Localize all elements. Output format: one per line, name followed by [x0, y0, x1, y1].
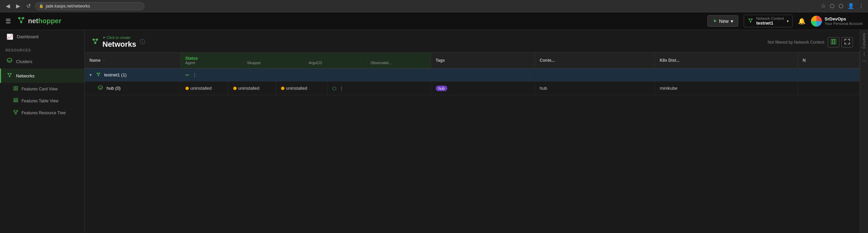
argocd-status-cell: uninstalled: [276, 82, 327, 95]
resources-section-label: RESOURCES: [0, 43, 84, 54]
columns-icon[interactable]: ⋮: [862, 51, 867, 57]
sidebar-item-dashboard[interactable]: 📈 Dashboard: [0, 30, 84, 43]
more-options-button[interactable]: ⋮: [192, 72, 197, 78]
svg-rect-22: [16, 89, 18, 90]
right-sidebar-columns[interactable]: Columns ⋮ ⋯: [860, 30, 868, 233]
sidebar-item-features-table[interactable]: Features Table View: [0, 95, 84, 107]
forward-button[interactable]: ▶: [14, 2, 22, 10]
n-cell: [798, 82, 859, 95]
row-cluster-name: hub (0): [107, 86, 121, 91]
dashboard-icon: 📈: [6, 33, 13, 40]
sidebar-item-networks[interactable]: Networks: [0, 69, 84, 83]
svg-rect-26: [14, 110, 15, 112]
clusters-icon: [6, 58, 13, 65]
user-profile-icon[interactable]: 👤: [848, 3, 854, 9]
svg-line-10: [749, 19, 751, 22]
grid-view-button[interactable]: [828, 37, 839, 47]
main-layout: 📈 Dashboard RESOURCES Clusters: [0, 30, 868, 233]
networks-table: Name ↑ Status Agent Skupper ArgoCD Obser…: [85, 53, 860, 95]
parent-context-cell: [535, 69, 655, 82]
svg-rect-24: [14, 100, 18, 101]
col-status-group: Status Agent Skupper ArgoCD Observabil..…: [180, 53, 431, 69]
svg-rect-41: [833, 39, 834, 44]
info-icon[interactable]: ⓘ: [140, 39, 145, 46]
logo-text: nethopper: [28, 17, 61, 25]
svg-rect-28: [15, 113, 16, 114]
col-n: N: [798, 53, 859, 69]
header-right: ✦ New ▾ Network Context testnet1 ▾: [708, 15, 863, 27]
col-agent: Agent: [185, 61, 244, 65]
edit-network-button[interactable]: ✏: [185, 72, 190, 78]
expand-view-button[interactable]: [841, 37, 853, 47]
url-lock-icon: 🔒: [39, 4, 44, 8]
filter-text: Not filtered by Network Context: [768, 40, 824, 45]
parent-n-cell: [798, 69, 859, 82]
svg-rect-42: [835, 39, 836, 44]
features-tree-icon: [13, 110, 18, 116]
agent-status-dot: [185, 87, 189, 90]
sidebar-item-label: Dashboard: [17, 34, 39, 39]
k8sdist-value: minikube: [660, 86, 677, 91]
browser-actions: ☆ ⬡ ⬡ 👤 ⋮: [821, 3, 864, 9]
sidebar-item-label: Features Resource Tree: [22, 111, 66, 115]
svg-line-4: [19, 18, 21, 22]
parent-tags-cell: [431, 69, 535, 82]
table-row: ▾: [85, 69, 860, 82]
click-to-create-label[interactable]: ✦ Click to create: [102, 35, 136, 40]
browser-menu-icon[interactable]: ⋮: [858, 3, 864, 9]
col-tags: Tags: [431, 53, 535, 69]
k8sdist-cell: minikube: [655, 82, 798, 95]
col-skupper: Skupper: [244, 61, 306, 65]
logo-icon: [16, 15, 26, 27]
agent-status-cell: uninstalled: [180, 82, 228, 95]
notifications-button[interactable]: 🔔: [798, 17, 806, 25]
svg-line-17: [8, 74, 10, 76]
sort-icon[interactable]: ↑: [103, 59, 105, 62]
new-button[interactable]: ✦ New ▾: [708, 15, 738, 27]
col-name: Name ↑: [85, 53, 180, 69]
skupper-status-text: uninstalled: [238, 86, 260, 91]
network-context-selector[interactable]: Network Context testnet1 ▾: [744, 15, 793, 27]
puzzle-icon[interactable]: ⬡: [839, 3, 843, 9]
sidebar-item-label: Features Table View: [22, 99, 58, 103]
parent-k8sdist-cell: [655, 69, 798, 82]
svg-point-49: [98, 86, 102, 88]
avatar: [811, 16, 822, 27]
network-name-cell: ▾: [85, 69, 180, 82]
parent-status-cell: ✏ ⋮: [180, 69, 431, 82]
svg-rect-19: [14, 86, 15, 88]
back-button[interactable]: ◀: [4, 2, 12, 10]
columns-label[interactable]: Columns: [862, 33, 866, 48]
hamburger-button[interactable]: ☰: [5, 17, 11, 25]
skupper-status-dot: [233, 87, 237, 90]
row-expand-icon[interactable]: ▾: [89, 72, 92, 77]
new-dropdown-icon: ▾: [731, 18, 733, 24]
row-network-name: testnet1 (1): [104, 72, 127, 77]
extensions-icon[interactable]: ⬡: [830, 3, 835, 9]
observability-status-cell: ⬡ ⋮: [327, 82, 431, 95]
svg-rect-20: [16, 86, 18, 88]
page-header-right: Not filtered by Network Context: [768, 37, 853, 47]
sidebar-item-features-card[interactable]: Features Card View: [0, 83, 84, 95]
user-profile[interactable]: SrDevOps Your Personal Account: [811, 16, 863, 27]
col-k8sdist: K8s Dist...: [655, 53, 798, 69]
agent-status-text: uninstalled: [191, 86, 212, 91]
col-context: Conte...: [535, 53, 655, 69]
cluster-more-options-button[interactable]: ⋮: [339, 86, 344, 91]
networks-icon: [6, 72, 13, 79]
svg-line-11: [751, 19, 752, 22]
cluster-icon: [98, 85, 103, 91]
columns-expand-icon[interactable]: ⋯: [862, 59, 866, 63]
sidebar-item-label: Clusters: [16, 59, 32, 64]
skupper-status-cell: uninstalled: [228, 82, 276, 95]
bookmark-icon[interactable]: ☆: [821, 3, 826, 9]
features-table-icon: [13, 98, 18, 104]
svg-rect-21: [14, 89, 15, 90]
sidebar-item-clusters[interactable]: Clusters: [0, 54, 84, 69]
logo: nethopper: [16, 15, 61, 27]
hub-action-button[interactable]: ⬡: [332, 86, 336, 91]
sidebar-item-features-tree[interactable]: Features Resource Tree: [0, 107, 84, 119]
refresh-button[interactable]: ↺: [25, 2, 32, 10]
new-spark-icon: ✦: [713, 18, 717, 24]
url-bar[interactable]: 🔒 jade.kaops.net/networks: [35, 2, 144, 10]
